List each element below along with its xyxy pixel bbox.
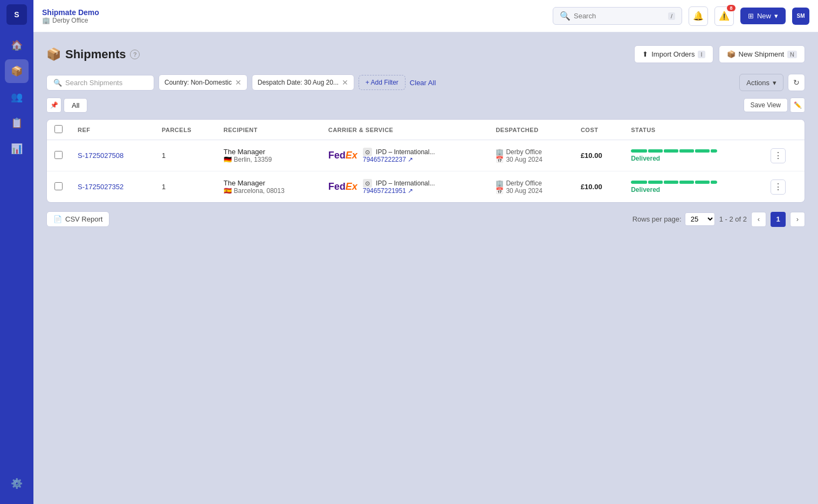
edit-view-button[interactable]: ✏️ — [790, 98, 805, 113]
col-ref: REF — [70, 120, 154, 140]
shipment-ref-link-1[interactable]: S-1725027508 — [78, 151, 123, 160]
row-1-status: Delivered — [623, 140, 763, 171]
row-1-cost: £10.00 — [573, 140, 623, 171]
tracking-link-2[interactable]: 794657221951 ↗ — [363, 187, 413, 195]
save-view-button[interactable]: Save View — [744, 98, 788, 112]
refresh-button[interactable]: ↻ — [788, 74, 805, 91]
row-1-checkbox[interactable] — [54, 151, 63, 159]
sidebar-item-reports[interactable]: 📋 — [5, 111, 29, 135]
search-shipments-box[interactable]: 🔍 Search Shipments — [46, 75, 154, 91]
sidebar-item-customers[interactable]: 👥 — [5, 85, 29, 109]
main-content: Shipmate Demo 🏢 Derby Office 🔍 / 🔔 ⚠️ 8 … — [33, 0, 818, 504]
fedex-ex-icon: Ex — [346, 150, 358, 161]
row-1-despatch: 🏢 Derby Office 📅 30 Aug 2024 — [488, 140, 573, 171]
brand-office: 🏢 Derby Office — [42, 17, 546, 24]
row-2-status: Delivered — [623, 171, 763, 203]
col-despatched: DESPATCHED — [488, 120, 573, 140]
help-icon[interactable]: ? — [130, 50, 140, 59]
col-recipient: RECIPIENT — [216, 120, 321, 140]
shipments-title-icon: 📦 — [46, 47, 61, 61]
filter-tag-despatch: Despatch Date: 30 Aug 20... ✕ — [252, 74, 354, 91]
new-shipment-button[interactable]: 📦 New Shipment N — [719, 45, 806, 63]
filter-tag-country: Country: Non-Domestic ✕ — [159, 74, 248, 91]
add-filter-button[interactable]: + Add Filter — [359, 75, 405, 90]
sidebar-item-home[interactable]: 🏠 — [5, 33, 29, 57]
new-shipment-kbd: N — [787, 51, 797, 58]
row-2-cost: £10.00 — [573, 171, 623, 203]
alert-triangle-icon: ⚠️ — [719, 11, 730, 21]
pencil-icon: ✏️ — [794, 101, 802, 109]
tab-all[interactable]: All — [64, 98, 87, 113]
topbar-brand: Shipmate Demo 🏢 Derby Office — [42, 8, 546, 24]
table-row: S-1725027508 1 The Manager 🇩🇪 Berlin, 13… — [47, 140, 805, 171]
app-logo[interactable]: S — [6, 4, 27, 25]
sidebar-nav: 🏠 📦 👥 📋 📊 — [5, 33, 29, 472]
avatar[interactable]: SM — [792, 8, 809, 25]
select-all-checkbox[interactable] — [54, 125, 63, 133]
flag-de-icon: 🇩🇪 — [224, 156, 232, 163]
office-building-icon: 🏢 — [42, 17, 50, 24]
table-row: S-1725027352 1 The Manager 🇪🇸 Barcelona,… — [47, 171, 805, 203]
import-orders-button[interactable]: ⬆ Import Orders I — [634, 45, 713, 63]
col-cost: COST — [573, 120, 623, 140]
row-2-carrier: FedEx ⊙ IPD – International... 794657221… — [321, 171, 489, 203]
page-actions: ⬆ Import Orders I 📦 New Shipment N — [634, 45, 805, 63]
pin-button[interactable]: 📌 — [46, 98, 61, 113]
sidebar-item-shipments[interactable]: 📦 — [5, 59, 29, 83]
actions-chevron-icon: ▾ — [773, 79, 776, 87]
next-page-button[interactable]: › — [790, 212, 805, 227]
rows-per-page: Rows per page: 25 50 100 — [633, 212, 715, 226]
new-button[interactable]: ⊞ New ▾ — [740, 8, 786, 24]
settings-icon[interactable]: ⚙️ — [5, 472, 29, 495]
row-2-actions-button[interactable]: ⋮ — [771, 179, 786, 195]
plus-icon: ⊞ — [748, 12, 754, 20]
search-box[interactable]: 🔍 / — [553, 7, 682, 25]
page-info: 1 - 2 of 2 — [719, 215, 747, 223]
row-1-actions-button[interactable]: ⋮ — [771, 148, 786, 163]
page-content: 📦 Shipments ? ⬆ Import Orders I 📦 New Sh… — [33, 32, 818, 504]
box-icon: 📦 — [727, 50, 735, 58]
tracking-link-1[interactable]: 794657222237 ↗ — [363, 156, 413, 163]
calendar-icon-2: 📅 — [496, 187, 504, 195]
sidebar-item-analytics[interactable]: 📊 — [5, 137, 29, 161]
ipd-icon-2: ⊙ — [363, 179, 372, 188]
flag-es-icon: 🇪🇸 — [224, 187, 232, 195]
filter-tag-despatch-remove[interactable]: ✕ — [342, 78, 348, 87]
page-header: 📦 Shipments ? ⬆ Import Orders I 📦 New Sh… — [46, 45, 805, 63]
table-footer: 📄 CSV Report Rows per page: 25 50 100 1 … — [46, 203, 805, 231]
sidebar-bottom: ⚙️ — [5, 472, 29, 500]
alerts-badge: 8 — [727, 5, 735, 11]
csv-report-button[interactable]: 📄 CSV Report — [46, 211, 109, 227]
pin-icon: 📌 — [50, 101, 58, 109]
new-dropdown-chevron-icon: ▾ — [774, 12, 778, 20]
search-input[interactable] — [574, 12, 665, 20]
filter-tag-country-remove[interactable]: ✕ — [235, 78, 242, 87]
actions-button[interactable]: Actions ▾ — [739, 74, 783, 91]
bell-icon: 🔔 — [693, 11, 704, 21]
clear-all-button[interactable]: Clear All — [410, 79, 436, 87]
col-parcels: PARCELS — [154, 120, 216, 140]
row-2-recipient: The Manager 🇪🇸 Barcelona, 08013 — [216, 171, 321, 203]
rows-per-page-select[interactable]: 25 50 100 — [685, 212, 715, 226]
fedex-fed-icon: Fed — [328, 150, 346, 161]
col-carrier: CARRIER & SERVICE — [321, 120, 489, 140]
prev-page-button[interactable]: ‹ — [751, 212, 766, 227]
ipd-icon-1: ⊙ — [363, 148, 372, 156]
row-1-recipient: The Manager 🇩🇪 Berlin, 13359 — [216, 140, 321, 171]
current-page-number[interactable]: 1 — [771, 212, 786, 227]
alerts-button[interactable]: ⚠️ 8 — [714, 6, 734, 26]
notifications-button[interactable]: 🔔 — [689, 6, 708, 26]
filter-bar: 🔍 Search Shipments Country: Non-Domestic… — [46, 74, 805, 91]
row-2-checkbox[interactable] — [54, 182, 63, 190]
shipments-table: REF PARCELS RECIPIENT CARRIER & SERVICE … — [46, 119, 805, 203]
shipment-ref-link-2[interactable]: S-1725027352 — [78, 183, 123, 191]
tabs-bar: 📌 All Save View ✏️ — [46, 98, 805, 113]
row-1-carrier: FedEx ⊙ IPD – International... 794657222… — [321, 140, 489, 171]
search-shipments-icon: 🔍 — [53, 79, 62, 87]
search-kbd: / — [668, 12, 675, 20]
fedex-fed-icon-2: Fed — [328, 181, 346, 192]
row-2-parcels: 1 — [154, 171, 216, 203]
row-1-parcels: 1 — [154, 140, 216, 171]
csv-icon: 📄 — [53, 215, 62, 223]
calendar-icon-1: 📅 — [496, 156, 504, 163]
